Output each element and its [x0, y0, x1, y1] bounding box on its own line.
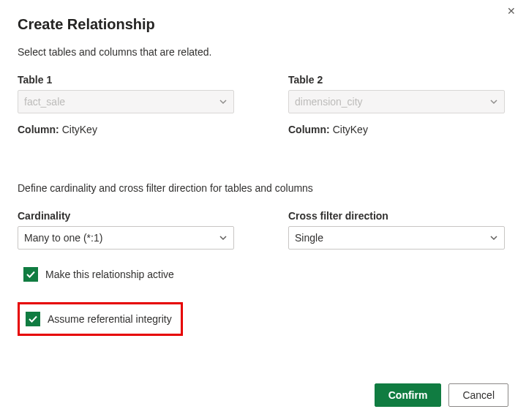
table1-column-line: Column: CityKey [18, 124, 234, 135]
make-active-checkbox[interactable] [23, 267, 38, 282]
cardinality-select[interactable]: Many to one (*:1) [18, 226, 234, 250]
table2-column-value: CityKey [333, 124, 368, 135]
dialog-subtitle: Select tables and columns that are relat… [18, 46, 508, 58]
cardinality-description: Define cardinality and cross filter dire… [18, 182, 508, 194]
dialog-footer: Confirm Cancel [375, 383, 508, 407]
make-active-label: Make this relationship active [45, 269, 174, 280]
table2-column-label: Column: [288, 124, 330, 135]
table1-label: Table 1 [18, 74, 234, 86]
table2-column-line: Column: CityKey [288, 124, 505, 135]
cross-filter-select[interactable]: Single [288, 226, 505, 250]
checkmark-icon [28, 314, 38, 324]
table1-section: Table 1 fact_sale Column: CityKey [18, 74, 234, 135]
cross-filter-label: Cross filter direction [288, 210, 505, 222]
table1-column-value: CityKey [62, 124, 97, 135]
table2-label: Table 2 [288, 74, 505, 86]
cancel-button[interactable]: Cancel [448, 383, 508, 407]
referential-integrity-highlight: Assume referential integrity [18, 302, 183, 336]
create-relationship-dialog: ✕ Create Relationship Select tables and … [0, 0, 526, 420]
table1-select[interactable]: fact_sale [18, 90, 234, 113]
cardinality-section: Cardinality Many to one (*:1) [18, 210, 234, 250]
referential-integrity-label: Assume referential integrity [48, 313, 172, 325]
table2-section: Table 2 dimension_city Column: CityKey [288, 74, 505, 135]
cardinality-label: Cardinality [18, 210, 234, 222]
close-icon[interactable]: ✕ [507, 6, 516, 16]
cross-filter-section: Cross filter direction Single [288, 210, 505, 250]
confirm-button[interactable]: Confirm [375, 383, 442, 407]
referential-integrity-checkbox[interactable] [26, 312, 40, 326]
table2-select[interactable]: dimension_city [288, 90, 505, 113]
dialog-title: Create Relationship [18, 16, 508, 33]
table1-column-label: Column: [18, 124, 59, 135]
checkmark-icon [26, 269, 36, 280]
